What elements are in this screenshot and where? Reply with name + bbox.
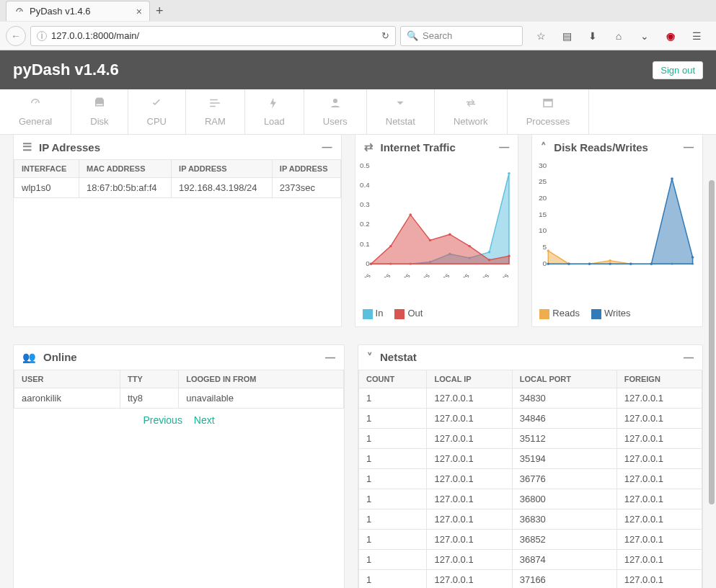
users-icon: 👥 [22, 351, 36, 364]
nav-ram[interactable]: RAM [186, 89, 245, 134]
browser-chrome: PyDash v1.4.6 × + ← i 127.0.0.1:8000/mai… [0, 0, 716, 50]
nav-label: Load [264, 116, 285, 127]
nav-network[interactable]: Network [435, 89, 508, 134]
nav-processes[interactable]: Processes [508, 89, 590, 134]
th: LOCAL IP [427, 370, 512, 388]
panel-header-online: 👥 Online — [14, 345, 344, 370]
app-header: pyDash v1.4.6 Sign out [0, 50, 716, 89]
url-input[interactable]: i 127.0.0.1:8000/main/ ↻ [30, 26, 396, 46]
nav-disk[interactable]: Disk [71, 89, 128, 134]
menu-icon[interactable]: ☰ [690, 30, 703, 43]
search-input[interactable]: 🔍 Search [400, 26, 523, 46]
prev-link[interactable]: Previous [143, 414, 182, 426]
nav-general[interactable]: General [0, 89, 71, 134]
cell: 1 [359, 468, 427, 489]
svg-point-25 [369, 262, 371, 264]
cell: 1 [359, 509, 427, 529]
cell: tty8 [120, 388, 178, 408]
svg-text:KBps: KBps [413, 272, 430, 277]
cell: 192.168.43.198/24 [172, 178, 273, 198]
transfer-icon [454, 97, 488, 113]
scrollbar-thumb[interactable] [709, 180, 715, 504]
th: TTY [120, 370, 178, 388]
cell: 127.0.0.1 [427, 509, 512, 529]
back-button[interactable]: ← [6, 26, 26, 46]
svg-text:10: 10 [539, 227, 547, 235]
new-tab-button[interactable]: + [156, 4, 164, 19]
dashboard-icon [19, 97, 52, 113]
svg-point-23 [487, 251, 490, 253]
nav-load[interactable]: Load [245, 89, 304, 134]
cell: 127.0.0.1 [427, 468, 512, 489]
collapse-icon[interactable]: — [684, 141, 694, 153]
close-icon[interactable]: × [136, 6, 142, 17]
svg-text:KBps: KBps [472, 272, 490, 277]
search-placeholder: Search [423, 30, 452, 41]
legend-swatch-out [394, 309, 405, 319]
download-icon[interactable]: ⬇ [586, 30, 599, 43]
nav-users[interactable]: Users [304, 89, 367, 134]
pinterest-icon[interactable]: ◉ [664, 30, 677, 43]
tasks-icon [205, 97, 226, 113]
pocket-icon[interactable]: ⌄ [638, 30, 651, 43]
svg-point-24 [508, 172, 510, 174]
svg-text:0: 0 [543, 259, 547, 267]
cell: 127.0.0.1 [616, 448, 702, 468]
cell: 127.0.0.1 [616, 529, 702, 549]
panel-title: Online [43, 351, 77, 363]
library-icon[interactable]: ▤ [560, 30, 573, 43]
bolt-icon [264, 97, 285, 113]
svg-point-28 [428, 239, 430, 241]
cell: 1 [359, 408, 427, 428]
nav-label: General [19, 116, 52, 127]
bookmark-icon[interactable]: ☆ [534, 30, 547, 43]
svg-text:30: 30 [539, 162, 547, 169]
svg-text:5: 5 [543, 244, 547, 251]
collapse-icon[interactable]: — [499, 141, 509, 153]
svg-text:KBps: KBps [374, 272, 392, 277]
cell: 34846 [512, 408, 616, 428]
cell: 127.0.0.1 [616, 489, 702, 509]
svg-point-31 [487, 259, 490, 261]
cell: 37166 [512, 569, 616, 588]
collapse-icon[interactable]: — [325, 352, 335, 363]
nav-label: RAM [205, 116, 226, 127]
sign-out-button[interactable]: Sign out [653, 61, 703, 79]
browser-tab[interactable]: PyDash v1.4.6 × [6, 1, 150, 21]
nav-netstat[interactable]: Netstat [367, 89, 435, 134]
svg-point-0 [333, 99, 337, 103]
th: MAC ADDRESS [79, 160, 172, 178]
cell: 127.0.0.1 [616, 388, 702, 408]
cell: 36830 [512, 509, 616, 529]
svg-point-52 [629, 262, 632, 264]
window-icon [526, 97, 570, 113]
collapse-icon[interactable]: — [684, 352, 694, 363]
nav-cpu[interactable]: CPU [128, 89, 186, 134]
th: USER [14, 370, 120, 388]
legend-swatch-reads [539, 309, 549, 319]
legend-out: Out [407, 308, 423, 318]
next-link[interactable]: Next [194, 414, 215, 426]
scrollbar[interactable] [709, 130, 715, 576]
reload-icon[interactable]: ↻ [381, 30, 389, 41]
panel-disk: ˄ Disk Reads/Writes — 051015202530 Reads… [531, 135, 703, 327]
cell: 36800 [512, 489, 616, 509]
th: LOCAL PORT [512, 370, 616, 388]
table-row: 1127.0.0.136830127.0.0.1 [359, 509, 702, 529]
th: LOOGED IN FROM [179, 370, 344, 388]
svg-point-51 [609, 262, 612, 264]
content: ☰ IP Adresses — INTERFACE MAC ADDRESS IP… [0, 135, 716, 588]
table-row: aaronkiliktty8unavailable [14, 388, 344, 408]
info-icon[interactable]: i [37, 31, 47, 41]
cell: 1 [359, 549, 427, 569]
panel-title: Disk Reads/Writes [554, 141, 648, 153]
svg-text:KBps: KBps [453, 272, 470, 277]
toolbar-icons: ☆ ▤ ⬇ ⌂ ⌄ ◉ ☰ [527, 30, 710, 43]
collapse-icon[interactable]: — [322, 141, 332, 153]
cell: 127.0.0.1 [427, 549, 512, 569]
home-icon[interactable]: ⌂ [612, 30, 625, 43]
panel-title: Netstat [380, 351, 417, 363]
check-icon [147, 97, 167, 113]
panel-title: IP Adresses [39, 141, 100, 153]
table-row: 1127.0.0.135194127.0.0.1 [359, 448, 702, 468]
